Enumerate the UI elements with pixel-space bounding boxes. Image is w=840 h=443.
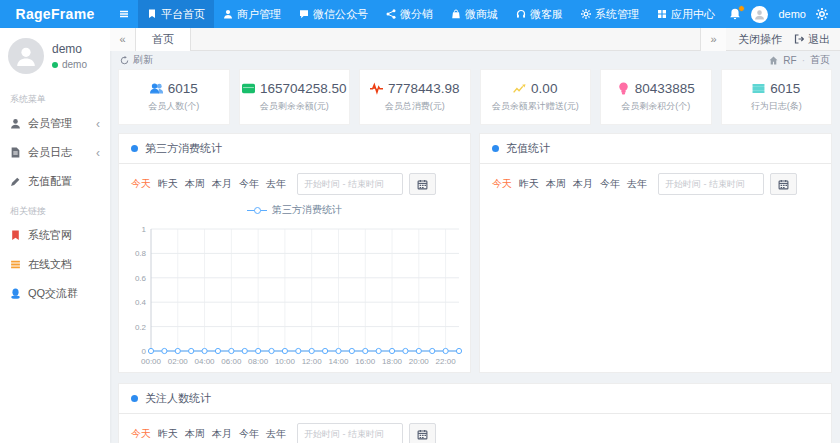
online-status-dot — [52, 62, 58, 68]
tabs-scroll-right-button[interactable]: » — [700, 28, 726, 51]
calendar-button[interactable] — [770, 173, 797, 195]
nav-item-micro-mall[interactable]: 微商城 — [442, 0, 507, 28]
pen-icon — [10, 176, 21, 187]
navbar-right: demo — [729, 6, 840, 23]
nav-item-system-management[interactable]: 系统管理 — [572, 0, 648, 28]
stat-label: 会员人数(个) — [148, 100, 199, 113]
quick-filter-this-week[interactable]: 本周 — [185, 177, 205, 191]
date-range-input[interactable] — [658, 173, 764, 195]
sidebar-user-block: demo demo — [0, 28, 110, 84]
nav-item-merchant-management[interactable]: 商户管理 — [214, 0, 290, 28]
breadcrumb-home[interactable]: RF — [783, 55, 796, 66]
stat-label: 会员余额累计赠送(元) — [492, 100, 579, 113]
avatar — [8, 38, 44, 74]
stat-value: 6015 — [168, 81, 198, 96]
refresh-button[interactable]: 刷新 — [120, 53, 153, 67]
sidebar-item-label: 会员管理 — [28, 116, 72, 131]
panel-follower-stats: 关注人数统计 今天昨天本周本月今年去年 — [118, 383, 832, 443]
current-user-label[interactable]: demo — [778, 8, 806, 20]
panel-dot-icon — [131, 395, 138, 402]
nav-item-app-center[interactable]: 应用中心 — [648, 0, 724, 28]
quick-filter-this-week[interactable]: 本周 — [546, 177, 566, 191]
headset-icon — [516, 9, 526, 19]
stat-card-members[interactable]: 6015 会员人数(个) — [118, 69, 230, 125]
toolbar-row: 刷新 RF · 首页 — [110, 51, 840, 67]
consumption-line-chart[interactable]: 00:0002:0004:0006:0008:0010:0012:0014:00… — [123, 217, 467, 373]
date-range-input[interactable] — [297, 173, 403, 195]
quick-filter-this-year[interactable]: 今年 — [239, 427, 259, 441]
svg-text:0.6: 0.6 — [134, 274, 146, 283]
nav-item-label: 平台首页 — [161, 7, 205, 22]
panel-dot-icon — [131, 145, 138, 152]
user-icon — [754, 9, 765, 20]
sidebar-item-member-management[interactable]: 会员管理 ‹ — [0, 109, 110, 138]
settings-gear-icon[interactable] — [816, 8, 828, 20]
nav-item-micro-service[interactable]: 微客服 — [507, 0, 572, 28]
chart-legend[interactable]: 第三方消费统计 — [247, 203, 342, 217]
panel-title: 充值统计 — [506, 141, 550, 156]
tab-home[interactable]: 首页 — [136, 28, 191, 51]
quick-filter-last-year[interactable]: 去年 — [627, 177, 647, 191]
calendar-button[interactable] — [409, 173, 436, 195]
qq-penguin-icon — [10, 288, 21, 299]
stat-label: 会员剩余积分(个) — [621, 100, 690, 113]
quick-filter-today[interactable]: 今天 — [131, 427, 151, 441]
quick-filter-last-year[interactable]: 去年 — [266, 427, 286, 441]
sidebar: demo demo 系统菜单 会员管理 ‹ 会员日志 ‹ 充值配置 相关链接 系 — [0, 28, 110, 443]
svg-text:08:00: 08:00 — [248, 357, 269, 366]
followers-filter-row: 今天昨天本周本月今年去年 — [119, 414, 831, 443]
calendar-button[interactable] — [409, 423, 436, 443]
nav-item-micro-distribution[interactable]: 微分销 — [377, 0, 442, 28]
quick-filter-this-month[interactable]: 本月 — [573, 177, 593, 191]
avatar[interactable] — [751, 6, 768, 23]
stat-card-consumption[interactable]: 7778443.98 会员总消费(元) — [359, 69, 471, 125]
stat-card-gifted-balance[interactable]: 0.00 会员余额累计赠送(元) — [480, 69, 592, 125]
stat-card-balance[interactable]: 165704258.50 会员剩余余额(元) — [239, 69, 351, 125]
date-range-input[interactable] — [297, 423, 403, 443]
refresh-label: 刷新 — [133, 53, 153, 67]
sidebar-item-member-log[interactable]: 会员日志 ‹ — [0, 138, 110, 167]
svg-text:20:00: 20:00 — [408, 357, 429, 366]
quick-filter-last-year[interactable]: 去年 — [266, 177, 286, 191]
nav-item-label: 微分销 — [400, 7, 433, 22]
legend-label: 第三方消费统计 — [272, 203, 342, 217]
sidebar-toggle-button[interactable] — [110, 9, 138, 19]
close-actions-button[interactable]: 关闭操作 — [738, 32, 782, 47]
quick-filter-this-month[interactable]: 本月 — [212, 177, 232, 191]
home-icon — [769, 56, 778, 65]
nav-item-wechat-official[interactable]: 微信公众号 — [290, 0, 377, 28]
shop-icon — [451, 9, 461, 19]
quick-filter-today[interactable]: 今天 — [492, 177, 512, 191]
pulse-icon — [370, 82, 383, 95]
flag-icon — [10, 230, 21, 241]
sidebar-item-qq-group[interactable]: QQ交流群 — [0, 279, 110, 308]
sidebar-item-online-docs[interactable]: 在线文档 — [0, 250, 110, 279]
nav-item-platform-home[interactable]: 平台首页 — [138, 0, 214, 28]
logout-button[interactable]: 退出 — [794, 32, 830, 47]
stat-card-points[interactable]: 80433885 会员剩余积分(个) — [600, 69, 712, 125]
stat-card-behavior-log[interactable]: 6015 行为日志(条) — [721, 69, 833, 125]
quick-filter-this-week[interactable]: 本周 — [185, 427, 205, 441]
consumption-chart-area: 第三方消费统计 00:0002:0004:0006:0008:0010:0012… — [119, 201, 470, 373]
quick-filter-today[interactable]: 今天 — [131, 177, 151, 191]
quick-filter-yesterday[interactable]: 昨天 — [519, 177, 539, 191]
svg-text:0: 0 — [141, 347, 146, 356]
nav-item-label: 微商城 — [465, 7, 498, 22]
stat-value: 6015 — [770, 81, 800, 96]
panel-header: 关注人数统计 — [119, 384, 831, 414]
sidebar-item-official-site[interactable]: 系统官网 — [0, 221, 110, 250]
sidebar-item-recharge-config[interactable]: 充值配置 — [0, 167, 110, 196]
quick-filter-this-year[interactable]: 今年 — [600, 177, 620, 191]
quick-filter-this-month[interactable]: 本月 — [212, 427, 232, 441]
notifications-button[interactable] — [729, 8, 741, 20]
stat-value: 80433885 — [635, 81, 695, 96]
panel-dot-icon — [492, 145, 499, 152]
chevron-left-icon: ‹ — [96, 147, 100, 159]
quick-filter-yesterday[interactable]: 昨天 — [158, 177, 178, 191]
quick-filter-this-year[interactable]: 今年 — [239, 177, 259, 191]
panel-header: 第三方消费统计 — [119, 134, 470, 164]
calendar-icon — [417, 429, 428, 440]
tabs-scroll-left-button[interactable]: « — [110, 28, 136, 51]
sidebar-item-label: 在线文档 — [28, 257, 72, 272]
quick-filter-yesterday[interactable]: 昨天 — [158, 427, 178, 441]
